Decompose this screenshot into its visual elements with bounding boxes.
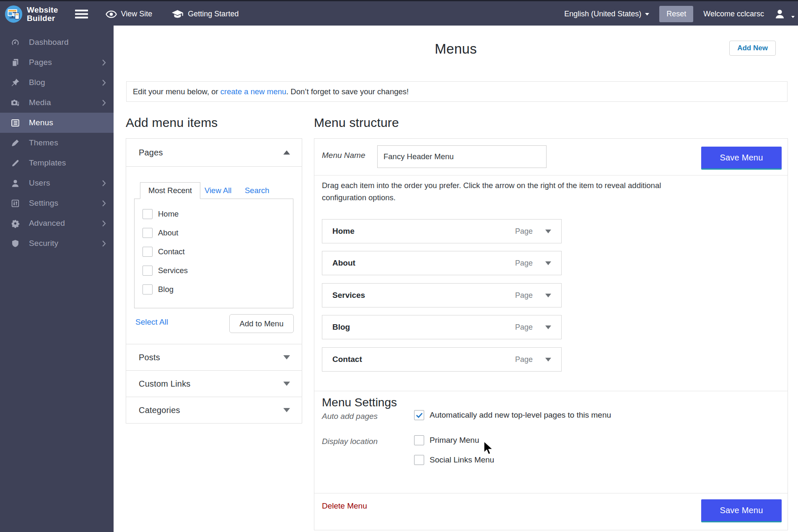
auto-add-pages-label: Auto add pages [322,412,378,421]
triangle-down-icon [283,408,290,412]
tab-most-recent[interactable]: Most Recent [140,182,200,199]
add-new-button[interactable]: Add New [729,41,776,56]
checkbox-about[interactable] [142,228,153,238]
check-icon [415,411,423,419]
add-menu-items-heading: Add menu items [126,116,218,130]
pen-icon [10,158,20,168]
checkbox-blog[interactable] [142,284,153,294]
checkbox-services[interactable] [142,266,153,276]
auto-add-pages-option: Automatically add new top-level pages to… [414,410,611,420]
expand-arrow-icon[interactable] [545,358,551,362]
website-builder-logo-icon [4,5,23,23]
checkbox-auto-add-pages-checked[interactable] [414,410,424,420]
display-location-primary-option: Primary Menu [414,435,479,445]
menu-item-row-services[interactable]: Services Page [322,283,562,307]
chevron-right-icon [102,180,106,187]
divider [314,175,788,176]
brand-title: Website Builder [27,6,58,23]
chevron-right-icon [102,99,106,106]
select-all-link[interactable]: Select All [135,318,168,327]
sidebar-item-pages[interactable]: Pages [0,52,114,72]
menu-item-row-home[interactable]: Home Page [322,219,562,243]
app-window: Website Builder View Site G [0,0,798,532]
welcome-user-label: Welcome cclcarsc [703,10,764,18]
sidebar-item-menus[interactable]: Menus [0,113,114,133]
media-icon [10,98,20,108]
chevron-down-icon [645,13,649,15]
checkbox-social-links-menu[interactable] [414,455,424,465]
eye-icon [106,10,117,18]
user-menu[interactable] [774,8,795,20]
page-title: Menus [114,41,798,57]
sidebar-item-templates[interactable]: Templates [0,153,114,173]
save-menu-button-top[interactable]: Save Menu [701,147,782,170]
sidebar-item-security[interactable]: Security [0,233,114,253]
checkbox-home[interactable] [142,209,153,219]
reset-button[interactable]: Reset [659,6,693,22]
top-bar-left: Website Builder View Site G [4,3,258,26]
sidebar-item-blog[interactable]: Blog [0,72,114,93]
user-icon [10,178,20,188]
chevron-right-icon [102,240,106,247]
custom-links-accordion-header[interactable]: Custom Links [126,370,302,397]
expand-arrow-icon[interactable] [545,230,551,233]
sidebar-item-advanced[interactable]: Advanced [0,213,114,233]
tab-search[interactable]: Search [245,186,269,195]
triangle-up-icon [283,150,290,155]
getting-started-link[interactable]: Getting Started [171,10,238,19]
list-item: About [135,223,293,242]
pages-icon [10,58,20,67]
pages-checklist: Home About Contact Services Blog [134,199,293,308]
menus-icon [10,118,20,128]
list-item: Home [135,204,293,223]
view-site-link[interactable]: View Site [106,10,153,18]
sidebar-nav: Dashboard Pages Blog Media [0,26,114,532]
menu-item-row-about[interactable]: About Page [322,251,562,275]
list-item: Contact [135,242,293,261]
sidebar-item-dashboard[interactable]: Dashboard [0,32,114,52]
sidebar-item-media[interactable]: Media [0,93,114,113]
list-item: Blog [135,280,293,299]
divider [314,391,788,391]
chevron-down-icon [791,16,795,18]
language-dropdown[interactable]: English (United States) [564,10,649,18]
sidebar-item-themes[interactable]: Themes [0,133,114,153]
sliders-icon [10,199,20,208]
menu-name-input[interactable] [377,145,547,168]
display-location-label: Display location [322,437,378,446]
delete-menu-link[interactable]: Delete Menu [322,501,367,511]
triangle-down-icon [283,355,290,359]
pages-accordion-header[interactable]: Pages [126,139,302,166]
triangle-down-icon [283,382,290,386]
user-icon [774,8,785,20]
menu-item-row-contact[interactable]: Contact Page [322,347,562,372]
chevron-right-icon [102,200,106,207]
menu-settings-heading: Menu Settings [322,396,397,409]
gear-icon [10,219,20,228]
checkbox-primary-menu[interactable] [414,435,424,445]
save-menu-button-bottom[interactable]: Save Menu [701,499,782,522]
sidebar-item-settings[interactable]: Settings [0,193,114,213]
edit-menu-notice: Edit your menu below, or create a new me… [126,81,788,102]
add-to-menu-button[interactable]: Add to Menu [229,314,294,333]
chevron-right-icon [102,220,106,227]
categories-accordion-header[interactable]: Categories [126,397,302,423]
pages-accordion-body: Most Recent View All Search Home About C… [126,166,302,344]
sidebar-item-users[interactable]: Users [0,173,114,193]
posts-accordion-header[interactable]: Posts [126,344,302,370]
shield-icon [10,239,20,248]
expand-arrow-icon[interactable] [545,294,551,297]
paintbrush-icon [10,138,20,148]
add-menu-items-panel: Pages Most Recent View All Search Home A… [126,138,302,424]
tab-view-all[interactable]: View All [205,186,231,195]
menu-name-label: Menu Name [322,151,365,160]
list-item: Services [135,261,293,280]
menu-structure-heading: Menu structure [314,116,399,130]
create-new-menu-link[interactable]: create a new menu [220,87,286,96]
hamburger-menu-icon[interactable] [75,10,88,18]
menu-item-row-blog[interactable]: Blog Page [322,315,562,339]
expand-arrow-icon[interactable] [545,261,551,265]
checkbox-contact[interactable] [142,247,153,257]
expand-arrow-icon[interactable] [545,325,551,329]
top-bar-right: English (United States) Reset Welcome cc… [564,3,795,26]
